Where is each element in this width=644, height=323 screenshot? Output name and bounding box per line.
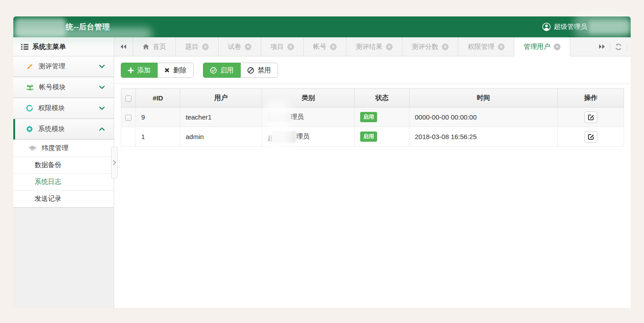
graduation-cap-icon (28, 145, 37, 152)
table-header-row: #ID 用户 类别 状态 时间 操作 (121, 89, 624, 108)
table-row[interactable]: 9 teacher1 理员 启用 0000-00-00 00:00:00 (121, 108, 624, 127)
category-text: 理员 (296, 132, 310, 140)
close-icon[interactable]: ✕ (442, 44, 449, 50)
user-label: 超级管理员 (554, 23, 587, 31)
enable-button-label: 启用 (220, 66, 234, 75)
tab-manage-users[interactable]: 管理用户 ✕ (514, 37, 570, 56)
cell-category: 理员 (262, 108, 355, 127)
chevron-up-icon (99, 127, 105, 131)
enable-button[interactable]: 启用 (203, 63, 241, 78)
column-header-id: #ID (136, 89, 180, 108)
row-checkbox[interactable] (125, 115, 131, 121)
submenu-item-data-backup[interactable]: 数据备份 (13, 157, 114, 174)
user-avatar-icon (542, 23, 551, 31)
main-panel: 首页 题目 ✕ 试卷 ✕ 项目 ✕ 帐号 (114, 37, 631, 308)
chevron-down-icon (99, 85, 105, 89)
close-icon[interactable]: ✕ (245, 44, 251, 50)
close-icon[interactable]: ✕ (554, 44, 561, 50)
sidebar-item-account-module[interactable]: 帐号模块 (13, 77, 114, 98)
separator (610, 42, 610, 51)
sidebar-item-label: 测评管理 (39, 62, 65, 71)
separator (627, 42, 627, 51)
close-icon[interactable]: ✕ (386, 44, 393, 50)
content-whitespace (114, 151, 631, 308)
tabs-scroll-left-button[interactable] (114, 37, 133, 56)
header-checkbox-cell (121, 89, 136, 108)
tab-assessment-results[interactable]: 测评结果 ✕ (346, 37, 402, 56)
redaction-blur (267, 112, 290, 122)
column-header-status: 状态 (355, 89, 409, 108)
submenu-item-system-log[interactable]: 系统日志 (13, 174, 114, 191)
delete-button-label: 删除 (173, 66, 187, 75)
edit-button[interactable] (584, 112, 597, 123)
tab-home[interactable]: 首页 (133, 37, 176, 56)
cell-time: 0000-00-00 00:00:00 (409, 108, 558, 127)
user-table-container: #ID 用户 类别 状态 时间 操作 9 (114, 84, 631, 151)
select-all-checkbox[interactable] (125, 96, 131, 102)
sidebar-item-permission-module[interactable]: 权限模块 (13, 98, 114, 119)
tab-projects[interactable]: 项目 ✕ (261, 37, 304, 56)
brush-icon (26, 63, 34, 71)
close-icon[interactable]: ✕ (287, 44, 294, 50)
column-header-user: 用户 (180, 89, 262, 108)
close-icon[interactable]: ✕ (498, 44, 505, 50)
submenu-item-label: 系统日志 (35, 178, 61, 186)
add-button-label: 添加 (137, 66, 151, 75)
close-icon[interactable]: ✕ (202, 44, 209, 50)
check-circle-icon (210, 67, 217, 74)
tab-questions[interactable]: 题目 ✕ (176, 37, 219, 56)
tab-papers[interactable]: 试卷 ✕ (219, 37, 261, 56)
column-header-time: 时间 (409, 89, 558, 108)
enable-disable-button-group: 启用 禁用 (203, 63, 278, 78)
status-badge: 启用 (360, 132, 377, 142)
cell-user: teacher1 (180, 108, 262, 127)
tabbar-controls (593, 37, 631, 56)
submenu-item-label: 纬度管理 (42, 144, 68, 152)
tab-permission-mgmt[interactable]: 权限管理 ✕ (458, 37, 514, 56)
tab-label: 试卷 (228, 43, 241, 51)
sidebar-filler (13, 208, 114, 308)
user-menu[interactable]: 超级管理员 (542, 23, 587, 31)
column-header-actions: 操作 (558, 89, 624, 108)
tab-label: 题目 (185, 43, 199, 51)
close-icon[interactable]: ✕ (330, 44, 337, 50)
tab-accounts[interactable]: 帐号 ✕ (304, 37, 346, 56)
chevron-down-icon (99, 64, 105, 68)
top-header-bar: 统--后台管理 超级管理员 (13, 16, 631, 37)
cell-actions (558, 108, 624, 127)
delete-button[interactable]: 删除 (158, 63, 194, 78)
submenu-item-label: 数据备份 (35, 161, 61, 169)
admin-app-window: 统--后台管理 超级管理员 系统主菜单 (13, 16, 631, 308)
sidebar-item-system-module[interactable]: 系统模块 (13, 119, 114, 140)
row-checkbox-cell (121, 108, 136, 127)
cell-status: 启用 (355, 127, 409, 147)
menu-list-icon (21, 44, 28, 50)
tab-assessment-scores[interactable]: 测评分数 ✕ (402, 37, 458, 56)
tab-label: 管理用户 (524, 43, 550, 51)
double-chevron-left-icon (120, 44, 127, 49)
tab-label: 帐号 (313, 43, 326, 51)
cell-status: 启用 (355, 108, 409, 127)
sidebar-item-assessment-mgmt[interactable]: 测评管理 (13, 56, 114, 77)
cell-id: 9 (136, 108, 180, 127)
tab-label: 权限管理 (468, 43, 494, 51)
tab-label: 测评分数 (412, 43, 438, 51)
cell-time: 2018-03-08 16:56:25 (409, 127, 558, 147)
edit-button[interactable] (584, 131, 597, 143)
add-button[interactable]: 添加 (121, 63, 158, 78)
sidebar-title: 系统主菜单 (13, 37, 114, 56)
users-icon (26, 84, 34, 91)
submenu-item-send-records[interactable]: 发送记录 (13, 191, 114, 207)
tabs-scroll-right-button[interactable] (598, 44, 605, 49)
category-text: 超 (267, 134, 272, 143)
tab-label: 测评结果 (356, 43, 382, 51)
submenu-item-dimension-mgmt[interactable]: 纬度管理 (13, 140, 114, 157)
sidebar-collapse-handle[interactable] (111, 147, 118, 179)
refresh-icon[interactable] (615, 43, 622, 51)
plus-icon (128, 68, 134, 73)
table-row[interactable]: 1 admin 超理员 启用 2018-03-08 16:56:25 (121, 127, 624, 147)
ban-icon (247, 67, 254, 74)
redaction-blur (272, 131, 296, 143)
disable-button[interactable]: 禁用 (241, 63, 278, 78)
cell-id: 1 (136, 127, 180, 147)
